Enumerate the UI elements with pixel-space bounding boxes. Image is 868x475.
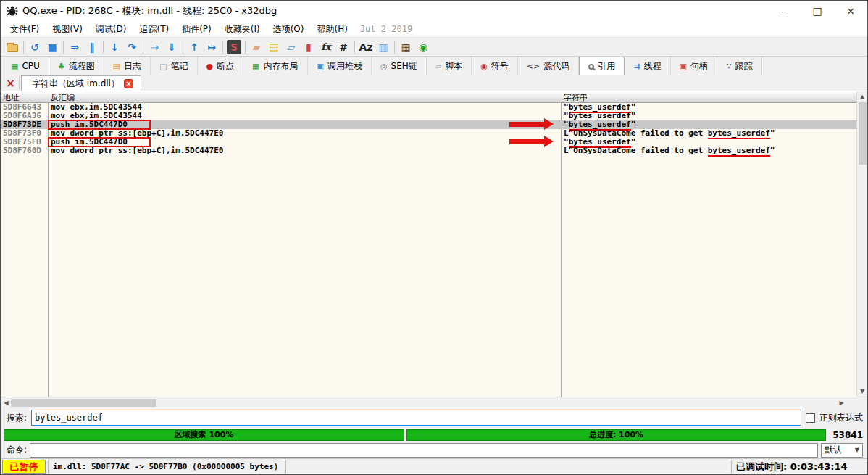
step-over-icon[interactable]: ↷ bbox=[123, 39, 141, 55]
menu-item-plugins[interactable]: 插件(P) bbox=[175, 22, 218, 37]
horizontal-scrollbar[interactable]: ◀ ▶ bbox=[1, 397, 867, 408]
tab-symbols[interactable]: ◉符号 bbox=[472, 57, 518, 75]
tab-label-call-stack: 调用堆栈 bbox=[327, 60, 362, 73]
breakpoints-icon: ● bbox=[206, 62, 214, 70]
hash-icon[interactable]: # bbox=[335, 39, 352, 55]
column-header-string[interactable]: 字符串 bbox=[564, 92, 588, 103]
tab-label-graph: 流程图 bbox=[69, 60, 95, 73]
pause-icon-glyph: ‖ bbox=[90, 41, 95, 53]
close-process-icon[interactable]: ■ bbox=[43, 39, 61, 55]
toolbar-separator bbox=[354, 41, 355, 54]
pause-icon[interactable]: ‖ bbox=[83, 39, 101, 55]
tab-references[interactable]: 引用 bbox=[579, 57, 625, 75]
column-header-address[interactable]: 地址 bbox=[3, 92, 19, 103]
restart-icon[interactable]: ↺ bbox=[26, 39, 43, 55]
command-profile-dropdown[interactable]: 默认 ▼ bbox=[821, 443, 863, 458]
phone-forward-icon[interactable]: ▥ bbox=[375, 39, 392, 55]
minimize-button[interactable]: – bbox=[767, 1, 801, 21]
subtab-strings-region[interactable]: 字符串（区域 im.dll） × bbox=[21, 75, 141, 91]
annotation-red-arrow bbox=[509, 122, 544, 127]
tab-notes[interactable]: ▢笔记 bbox=[151, 57, 197, 75]
horizontal-scroll-thumb[interactable] bbox=[11, 399, 156, 407]
scrollbar-corner bbox=[856, 397, 867, 408]
close-button[interactable]: × bbox=[834, 1, 867, 21]
tab-log[interactable]: ▤日志 bbox=[104, 57, 151, 75]
search-row: 搜索: 正则表达式 bbox=[1, 408, 867, 428]
search-label: 搜索: bbox=[7, 412, 27, 424]
comments-icon-glyph: ▤ bbox=[269, 41, 278, 53]
maximize-button[interactable]: □ bbox=[801, 1, 834, 21]
regex-checkbox[interactable] bbox=[806, 413, 815, 423]
subtab-close-icon[interactable]: × bbox=[124, 79, 133, 88]
calculator-icon[interactable]: ▦ bbox=[397, 39, 414, 55]
menu-item-options[interactable]: 选项(O) bbox=[267, 22, 311, 37]
toolbar-separator bbox=[394, 41, 395, 54]
source-mode-icon[interactable]: S bbox=[227, 40, 241, 54]
bookmarks-icon[interactable]: ▮ bbox=[300, 39, 317, 55]
cpu-icon: ▦ bbox=[11, 62, 18, 70]
tab-label-breakpoints: 断点 bbox=[217, 60, 234, 73]
menu-bar: 文件(F)视图(V)调试(D)追踪(T)插件(P)收藏夹(I)选项(O)帮助(H… bbox=[1, 21, 867, 37]
labels-icon[interactable]: ▱ bbox=[283, 39, 300, 55]
close-all-tabs-button[interactable]: × bbox=[2, 76, 20, 90]
tab-seh[interactable]: ◎SEH链 bbox=[372, 57, 427, 75]
execute-till-return-icon[interactable]: ⇓ bbox=[163, 39, 180, 55]
animate-into-icon[interactable]: ⇢ bbox=[146, 39, 163, 55]
menu-item-view[interactable]: 视图(V) bbox=[46, 22, 89, 37]
tab-source[interactable]: <>源代码 bbox=[518, 57, 579, 75]
scroll-right-icon[interactable]: ▶ bbox=[836, 397, 847, 408]
tab-script[interactable]: ▱脚本 bbox=[427, 57, 472, 75]
case-icon[interactable]: Az bbox=[357, 39, 375, 55]
build-date: Jul 2 2019 bbox=[360, 24, 412, 34]
run-icon[interactable]: ⇒ bbox=[66, 39, 83, 55]
menu-item-trace[interactable]: 追踪(T) bbox=[133, 22, 175, 37]
menu-item-help[interactable]: 帮助(H) bbox=[310, 22, 354, 37]
globe-icon-glyph: ◉ bbox=[419, 41, 427, 53]
tab-call-stack[interactable]: ▣调用堆栈 bbox=[308, 57, 372, 75]
patch-icon-glyph: ▰ bbox=[253, 41, 261, 53]
toolbar: ↺■⇒‖↓↷⇢⇓↑↦S▰▤▱▮fx#Az▥▦◉ bbox=[1, 37, 867, 57]
run-to-user-code-icon[interactable]: ↦ bbox=[203, 39, 220, 55]
row-string: L"OnSysDataCome failed to get bytes_user… bbox=[564, 146, 775, 155]
x32dbg-window: QQ.exe - PID: 268C - 模块: im.dll - 线程: 25… bbox=[0, 0, 868, 475]
step-into-icon[interactable]: ↓ bbox=[106, 39, 123, 55]
string-suffix: " bbox=[770, 128, 775, 138]
step-out-icon[interactable]: ↑ bbox=[185, 39, 203, 55]
close-process-icon-glyph: ■ bbox=[47, 41, 57, 53]
threads-icon: ⇉ bbox=[633, 62, 640, 70]
tab-handles[interactable]: ▣句柄 bbox=[671, 57, 717, 75]
scroll-up-icon[interactable]: ▲ bbox=[857, 91, 867, 102]
menu-item-favourites[interactable]: 收藏夹(I) bbox=[218, 22, 267, 37]
functions-icon[interactable]: fx bbox=[317, 39, 335, 55]
run-icon-glyph: ⇒ bbox=[70, 41, 79, 53]
tab-trace[interactable]: ∵跟踪 bbox=[717, 57, 762, 75]
window-title: QQ.exe - PID: 268C - 模块: im.dll - 线程: 25… bbox=[22, 4, 277, 17]
scroll-left-icon[interactable]: ◀ bbox=[1, 397, 12, 408]
row-disassembly: mov dword ptr ss:[ebp+C],im.5DC447E0 bbox=[51, 146, 223, 155]
open-file-icon[interactable] bbox=[4, 39, 21, 55]
menu-item-file[interactable]: 文件(F) bbox=[4, 22, 46, 37]
tab-graph[interactable]: ♣流程图 bbox=[49, 57, 104, 75]
vertical-scrollbar[interactable]: ▲ ▼ bbox=[856, 91, 867, 397]
vertical-scroll-thumb[interactable] bbox=[859, 102, 867, 165]
globe-icon[interactable]: ◉ bbox=[414, 39, 432, 55]
scroll-down-icon[interactable]: ▼ bbox=[857, 386, 867, 397]
tab-cpu[interactable]: ▦CPU bbox=[2, 57, 49, 75]
tab-memory-map[interactable]: ▦内存布局 bbox=[243, 57, 307, 75]
search-input[interactable] bbox=[31, 410, 801, 426]
tab-label-symbols: 符号 bbox=[491, 60, 509, 73]
step-out-icon-glyph: ↑ bbox=[190, 41, 199, 53]
progress-row: 区域搜索 100% 总进度: 100% 53841 bbox=[1, 428, 867, 442]
execute-till-return-icon-glyph: ⇓ bbox=[167, 41, 176, 53]
command-input[interactable] bbox=[30, 443, 818, 458]
menu-item-debug[interactable]: 调试(D) bbox=[89, 22, 133, 37]
restart-icon-glyph: ↺ bbox=[30, 41, 39, 53]
comments-icon[interactable]: ▤ bbox=[265, 39, 283, 55]
symbols-icon: ◉ bbox=[480, 62, 488, 70]
table-row[interactable]: 5D8F760Dmov dword ptr ss:[ebp+C],im.5DC4… bbox=[1, 146, 856, 155]
patch-icon[interactable]: ▰ bbox=[248, 39, 265, 55]
column-header-disasm[interactable]: 反汇编 bbox=[51, 92, 75, 103]
step-into-icon-glyph: ↓ bbox=[110, 41, 119, 53]
tab-breakpoints[interactable]: ●断点 bbox=[198, 57, 244, 75]
tab-threads[interactable]: ⇉线程 bbox=[625, 57, 670, 75]
